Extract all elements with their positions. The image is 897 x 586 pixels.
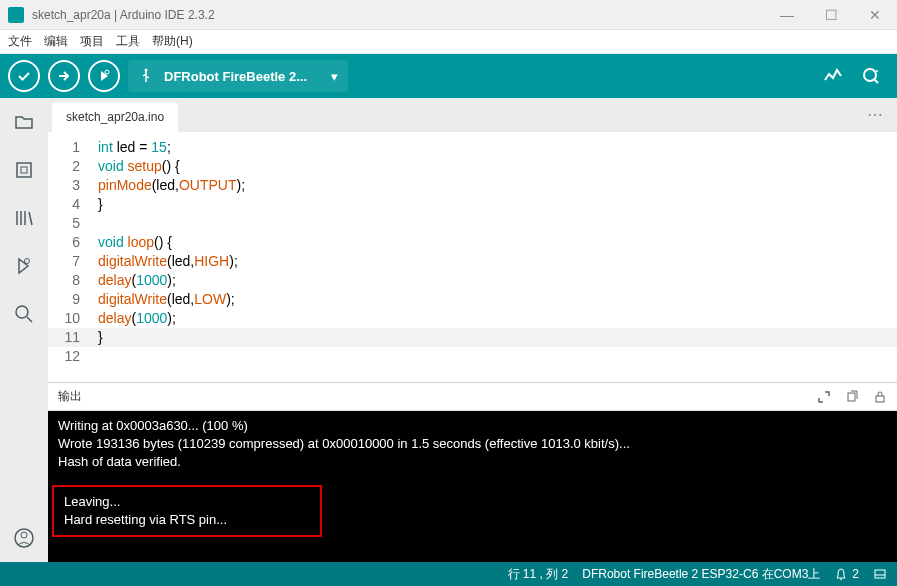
verify-button[interactable] bbox=[8, 60, 40, 92]
svg-point-1 bbox=[145, 69, 148, 72]
account-icon bbox=[13, 527, 35, 549]
line-text[interactable]: } bbox=[98, 328, 897, 347]
code-line[interactable]: 3pinMode(led,OUTPUT); bbox=[48, 176, 897, 195]
output-line: Hard resetting via RTS pin... bbox=[64, 511, 310, 529]
check-icon bbox=[16, 68, 32, 84]
code-line[interactable]: 11} bbox=[48, 328, 897, 347]
line-text[interactable]: digitalWrite(led,HIGH); bbox=[98, 252, 897, 271]
svg-rect-12 bbox=[875, 570, 885, 578]
line-text[interactable]: void setup() { bbox=[98, 157, 897, 176]
code-line[interactable]: 8delay(1000); bbox=[48, 271, 897, 290]
maximize-button[interactable]: ☐ bbox=[817, 5, 845, 25]
line-number: 4 bbox=[48, 195, 98, 214]
svg-rect-5 bbox=[21, 167, 27, 173]
line-text[interactable]: void loop() { bbox=[98, 233, 897, 252]
usb-icon bbox=[138, 68, 154, 84]
sidebar-account[interactable] bbox=[12, 526, 36, 550]
code-line[interactable]: 4} bbox=[48, 195, 897, 214]
line-text[interactable] bbox=[98, 347, 897, 366]
line-number: 12 bbox=[48, 347, 98, 366]
code-line[interactable]: 10delay(1000); bbox=[48, 309, 897, 328]
sidebar-boards[interactable] bbox=[12, 158, 36, 182]
menu-tools[interactable]: 工具 bbox=[116, 33, 140, 50]
minimize-button[interactable]: — bbox=[773, 5, 801, 25]
sidebar-debug[interactable] bbox=[12, 254, 36, 278]
sidebar-library[interactable] bbox=[12, 206, 36, 230]
status-close-panel[interactable] bbox=[873, 567, 887, 581]
window-titlebar: sketch_apr20a | Arduino IDE 2.3.2 — ☐ ✕ bbox=[0, 0, 897, 30]
code-line[interactable]: 7digitalWrite(led,HIGH); bbox=[48, 252, 897, 271]
search-icon bbox=[13, 303, 35, 325]
line-text[interactable]: delay(1000); bbox=[98, 309, 897, 328]
output-line: Leaving... bbox=[64, 493, 310, 511]
menubar: 文件 编辑 项目 工具 帮助(H) bbox=[0, 30, 897, 54]
tabbar: sketch_apr20a.ino ⋯ bbox=[48, 98, 897, 132]
menu-file[interactable]: 文件 bbox=[8, 33, 32, 50]
line-number: 5 bbox=[48, 214, 98, 233]
line-text[interactable] bbox=[98, 214, 897, 233]
panel-icon bbox=[873, 567, 887, 581]
bell-icon bbox=[834, 567, 848, 581]
expand-icon bbox=[817, 390, 831, 404]
tab-file[interactable]: sketch_apr20a.ino bbox=[52, 102, 178, 132]
status-board[interactable]: DFRobot FireBeetle 2 ESP32-C6 在COM3上 bbox=[582, 566, 820, 583]
toolbar: DFRobot FireBeetle 2... ▾ bbox=[0, 54, 897, 98]
play-debug-icon bbox=[96, 68, 112, 84]
menu-help[interactable]: 帮助(H) bbox=[152, 33, 193, 50]
output-line: Wrote 193136 bytes (110239 compressed) a… bbox=[58, 435, 887, 453]
board-selector[interactable]: DFRobot FireBeetle 2... ▾ bbox=[128, 60, 348, 92]
editor-area: sketch_apr20a.ino ⋯ 1int led = 15;2void … bbox=[48, 98, 897, 562]
menu-sketch[interactable]: 项目 bbox=[80, 33, 104, 50]
main-area: sketch_apr20a.ino ⋯ 1int led = 15;2void … bbox=[0, 98, 897, 562]
output-lock-button[interactable] bbox=[873, 390, 887, 404]
code-line[interactable]: 9digitalWrite(led,LOW); bbox=[48, 290, 897, 309]
code-line[interactable]: 2void setup() { bbox=[48, 157, 897, 176]
svg-point-9 bbox=[21, 532, 27, 538]
menu-edit[interactable]: 编辑 bbox=[44, 33, 68, 50]
line-number: 11 bbox=[48, 328, 98, 347]
line-number: 2 bbox=[48, 157, 98, 176]
svg-rect-10 bbox=[848, 393, 855, 401]
line-number: 6 bbox=[48, 233, 98, 252]
output-expand-button[interactable] bbox=[817, 390, 831, 404]
statusbar: 行 11 , 列 2 DFRobot FireBeetle 2 ESP32-C6… bbox=[0, 562, 897, 586]
output-highlight: Leaving...Hard resetting via RTS pin... bbox=[52, 485, 322, 537]
code-editor[interactable]: 1int led = 15;2void setup() {3pinMode(le… bbox=[48, 132, 897, 382]
output-body[interactable]: Writing at 0x0003a630... (100 %)Wrote 19… bbox=[48, 411, 897, 562]
upload-button[interactable] bbox=[48, 60, 80, 92]
output-copy-button[interactable] bbox=[845, 390, 859, 404]
sidebar-folder[interactable] bbox=[12, 110, 36, 134]
board-icon bbox=[13, 159, 35, 181]
status-notifications[interactable]: 2 bbox=[834, 567, 859, 581]
line-text[interactable]: int led = 15; bbox=[98, 138, 897, 157]
status-cursor: 行 11 , 列 2 bbox=[508, 566, 569, 583]
line-text[interactable]: digitalWrite(led,LOW); bbox=[98, 290, 897, 309]
svg-point-6 bbox=[25, 259, 30, 264]
line-text[interactable]: delay(1000); bbox=[98, 271, 897, 290]
line-text[interactable]: } bbox=[98, 195, 897, 214]
debug-button[interactable] bbox=[88, 60, 120, 92]
svg-point-0 bbox=[105, 70, 109, 74]
sidebar-search[interactable] bbox=[12, 302, 36, 326]
svg-point-7 bbox=[16, 306, 28, 318]
folder-icon bbox=[13, 111, 35, 133]
tab-more-button[interactable]: ⋯ bbox=[853, 97, 897, 132]
serial-monitor-button[interactable] bbox=[861, 66, 881, 86]
code-line[interactable]: 6void loop() { bbox=[48, 233, 897, 252]
lock-icon bbox=[873, 390, 887, 404]
code-line[interactable]: 1int led = 15; bbox=[48, 138, 897, 157]
line-number: 8 bbox=[48, 271, 98, 290]
line-number: 7 bbox=[48, 252, 98, 271]
line-number: 3 bbox=[48, 176, 98, 195]
line-text[interactable]: pinMode(led,OUTPUT); bbox=[98, 176, 897, 195]
arrow-right-icon bbox=[56, 68, 72, 84]
output-line: Hash of data verified. bbox=[58, 453, 887, 471]
debug-icon bbox=[13, 255, 35, 277]
close-button[interactable]: ✕ bbox=[861, 5, 889, 25]
serial-plotter-button[interactable] bbox=[823, 66, 843, 86]
code-line[interactable]: 5 bbox=[48, 214, 897, 233]
code-line[interactable]: 12 bbox=[48, 347, 897, 366]
monitor-icon bbox=[861, 66, 881, 86]
copy-icon bbox=[845, 390, 859, 404]
plotter-icon bbox=[823, 66, 843, 86]
